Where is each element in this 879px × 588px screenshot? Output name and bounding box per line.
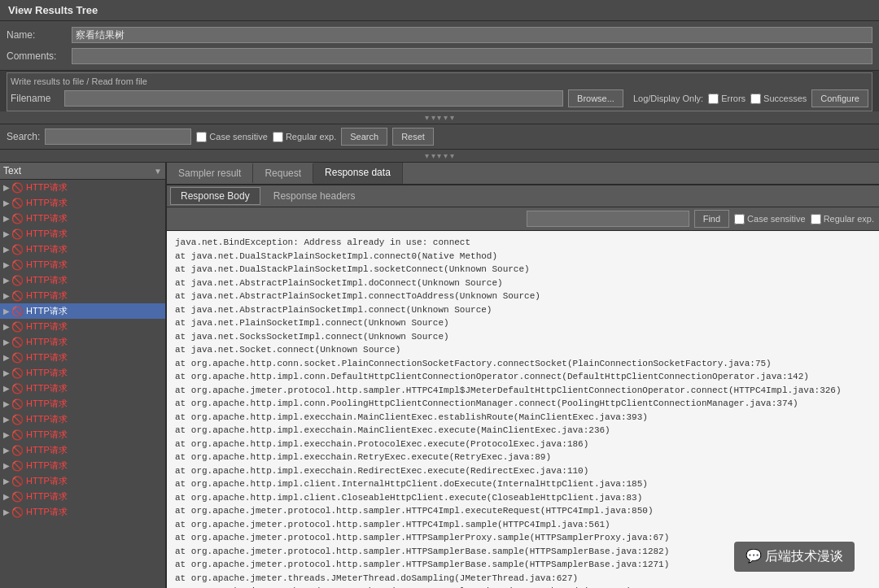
regular-exp-checkbox[interactable] <box>273 132 283 142</box>
list-item[interactable]: ▶🚫HTTP请求 <box>0 365 165 381</box>
list-item[interactable]: ▶🚫HTTP请求 <box>0 381 165 396</box>
list-item[interactable]: ▶🚫HTTP请求 <box>0 473 165 489</box>
name-input[interactable] <box>72 27 872 43</box>
error-icon: 🚫 <box>11 229 24 240</box>
list-item[interactable]: ▶🚫HTTP请求 <box>0 257 165 272</box>
list-item[interactable]: ▶🚫HTTP请求 <box>0 180 165 195</box>
error-icon: 🚫 <box>11 337 24 348</box>
find-input[interactable] <box>527 211 689 227</box>
left-panel: Text ▼ ▶🚫HTTP请求▶🚫HTTP请求▶🚫HTTP请求▶🚫HTTP请求▶… <box>0 163 167 588</box>
filename-label: Filename <box>11 93 59 104</box>
list-item[interactable]: ▶🚫HTTP请求 <box>0 288 165 303</box>
find-regular-exp-label[interactable]: Regular exp. <box>811 214 874 224</box>
list-item[interactable]: ▶🚫HTTP请求 <box>0 226 165 242</box>
response-content-area: java.net.BindException: Address already … <box>167 231 879 588</box>
successes-label: Successes <box>763 94 807 103</box>
tab-request[interactable]: Request <box>253 163 313 183</box>
list-item[interactable]: ▶🚫HTTP请求 <box>0 489 165 504</box>
list-item-text: HTTP请求 <box>26 243 68 255</box>
find-regular-exp-checkbox[interactable] <box>811 214 821 224</box>
list-item[interactable]: ▶🚫HTTP请求 <box>0 427 165 442</box>
response-line: at org.apache.jmeter.protocol.http.sampl… <box>175 558 871 572</box>
sub-tab-response-headers[interactable]: Response headers <box>264 188 365 204</box>
list-item[interactable]: ▶🚫HTTP请求 <box>0 458 165 473</box>
file-section-title: Write results to file / Read from file <box>11 76 868 86</box>
tab-response-data[interactable]: Response data <box>313 163 403 184</box>
list-item-text: HTTP请求 <box>26 305 68 317</box>
find-button[interactable]: Find <box>694 210 729 228</box>
find-case-sensitive-checkbox[interactable] <box>734 214 745 224</box>
list-item-text: HTTP请求 <box>26 367 68 379</box>
error-icon: 🚫 <box>11 368 24 379</box>
response-line: at java.net.DualStackPlainSocketImpl.soc… <box>175 263 871 277</box>
expand-arrow: ▶ <box>3 507 10 516</box>
list-item[interactable]: ▶🚫HTTP请求 <box>0 211 165 226</box>
collapse-row-1: ▾ ▾ ▾ ▾ ▾ <box>0 111 879 124</box>
case-sensitive-checkbox[interactable] <box>196 132 207 142</box>
collapse-arrow-2[interactable]: ▾ ▾ ▾ ▾ ▾ <box>0 150 879 162</box>
expand-arrow: ▶ <box>3 399 10 408</box>
list-item-text: HTTP请求 <box>26 490 68 503</box>
list-item-text: HTTP请求 <box>26 398 68 410</box>
regular-exp-label[interactable]: Regular exp. <box>273 132 336 142</box>
error-icon: 🚫 <box>11 275 24 286</box>
list-item-text: HTTP请求 <box>26 460 68 472</box>
left-header: Text ▼ <box>0 163 165 180</box>
list-item[interactable]: ▶🚫HTTP请求 <box>0 350 165 365</box>
list-item[interactable]: ▶🚫HTTP请求 <box>0 396 165 412</box>
list-item-text: HTTP请求 <box>26 212 68 224</box>
sub-tab-response-body[interactable]: Response Body <box>170 187 260 205</box>
collapse-arrow-1[interactable]: ▾ ▾ ▾ ▾ ▾ <box>0 111 879 124</box>
expand-arrow: ▶ <box>3 384 10 393</box>
errors-label: Errors <box>721 94 746 103</box>
filter-icon[interactable]: ▼ <box>154 167 162 176</box>
error-icon: 🚫 <box>11 429 24 441</box>
error-icon: 🚫 <box>11 306 24 317</box>
list-item-text: HTTP请求 <box>26 382 68 394</box>
browse-button[interactable]: Browse... <box>568 89 623 107</box>
successes-checkbox[interactable] <box>750 94 761 104</box>
search-button[interactable]: Search <box>341 128 387 146</box>
errors-checkbox[interactable] <box>708 94 719 104</box>
list-item[interactable]: ▶🚫HTTP请求 <box>0 334 165 350</box>
list-item[interactable]: ▶🚫HTTP请求 <box>0 272 165 288</box>
sub-tabs: Response Body Response headers <box>167 185 879 207</box>
list-item[interactable]: ▶🚫HTTP请求 <box>0 195 165 211</box>
search-bar: Search: Case sensitive Regular exp. Sear… <box>0 124 879 150</box>
list-item[interactable]: ▶🚫HTTP请求 <box>0 242 165 257</box>
main-area: Text ▼ ▶🚫HTTP请求▶🚫HTTP请求▶🚫HTTP请求▶🚫HTTP请求▶… <box>0 163 879 588</box>
successes-checkbox-label[interactable]: Successes <box>750 94 807 104</box>
comments-input[interactable] <box>72 48 872 64</box>
filename-input[interactable] <box>64 90 563 107</box>
list-item[interactable]: ▶🚫HTTP请求 <box>0 303 165 319</box>
find-case-sensitive-label[interactable]: Case sensitive <box>734 214 806 224</box>
list-item[interactable]: ▶🚫HTTP请求 <box>0 319 165 334</box>
expand-arrow: ▶ <box>3 477 10 486</box>
error-icon: 🚫 <box>11 244 24 255</box>
file-section: Write results to file / Read from file F… <box>7 72 872 111</box>
expand-arrow: ▶ <box>3 430 10 439</box>
list-item[interactable]: ▶🚫HTTP请求 <box>0 504 165 520</box>
error-icon: 🚫 <box>11 290 24 302</box>
errors-checkbox-label[interactable]: Errors <box>708 94 746 104</box>
title-bar: View Results Tree <box>0 0 879 21</box>
response-line: at org.apache.jmeter.protocol.http.sampl… <box>175 504 871 518</box>
expand-arrow: ▶ <box>3 198 10 207</box>
search-input[interactable] <box>45 128 191 145</box>
error-icon: 🚫 <box>11 259 24 271</box>
list-item-text: HTTP请求 <box>26 413 68 425</box>
error-icon: 🚫 <box>11 507 24 518</box>
response-line: at org.apache.jmeter.threads.JMeterThrea… <box>175 585 871 588</box>
tab-sampler-result[interactable]: Sampler result <box>167 163 253 183</box>
name-label: Name: <box>7 29 72 41</box>
expand-arrow: ▶ <box>3 368 10 377</box>
configure-button[interactable]: Configure <box>811 89 868 107</box>
reset-button[interactable]: Reset <box>392 128 434 146</box>
error-icon: 🚫 <box>11 476 24 487</box>
case-sensitive-label[interactable]: Case sensitive <box>196 132 268 142</box>
list-item[interactable]: ▶🚫HTTP请求 <box>0 412 165 427</box>
list-item[interactable]: ▶🚫HTTP请求 <box>0 442 165 458</box>
left-list[interactable]: ▶🚫HTTP请求▶🚫HTTP请求▶🚫HTTP请求▶🚫HTTP请求▶🚫HTTP请求… <box>0 180 165 588</box>
expand-arrow: ▶ <box>3 307 10 316</box>
error-icon: 🚫 <box>11 414 24 425</box>
